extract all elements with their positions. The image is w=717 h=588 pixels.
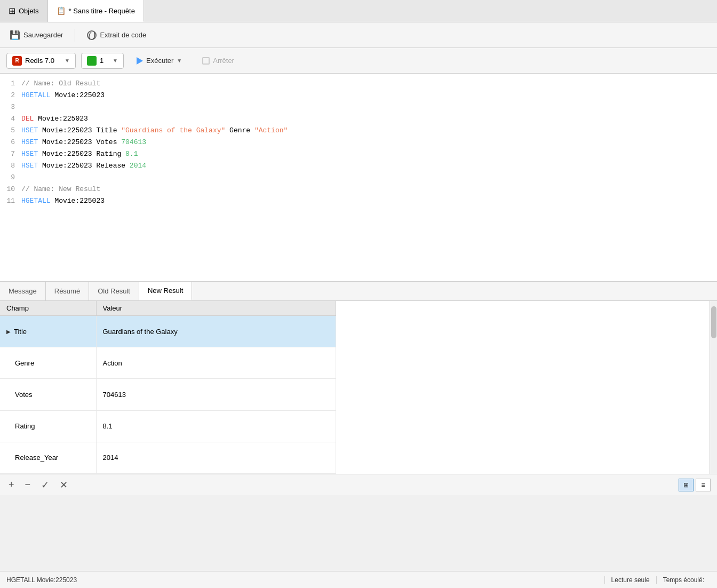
line-num-10: 10 xyxy=(0,184,21,195)
tab-objets[interactable]: ⊞ Objets xyxy=(0,0,48,22)
add-icon: + xyxy=(9,479,14,490)
status-bar: HGETALL Movie:225023 Lecture seule Temps… xyxy=(0,571,717,588)
code-line-3: 3 xyxy=(0,101,717,113)
col-header-field: Champ xyxy=(0,301,96,316)
toolbar-separator xyxy=(75,29,75,42)
status-query: HGETALL Movie:225023 xyxy=(6,576,77,584)
line-content-10: // Name: New Result xyxy=(21,184,717,195)
results-area: Message Résumé Old Result New Result C xyxy=(0,282,717,495)
list-view-button[interactable]: ≡ xyxy=(696,479,711,491)
editor-section: 1 // Name: Old Result 2 HGETALL Movie:22… xyxy=(0,74,717,571)
line-num-11: 11 xyxy=(0,195,21,207)
controls-bar: R Redis 7.0 ▼ 1 ▼ Exécuter ▼ Arrêter xyxy=(0,48,717,74)
col-header-value: Valeur xyxy=(96,301,336,316)
code-line-6: 6 HSET Movie:225023 Votes 704613 xyxy=(0,137,717,148)
db-select[interactable]: R Redis 7.0 ▼ xyxy=(6,53,76,69)
confirm-button[interactable]: ✓ xyxy=(39,478,51,492)
row-value-release: 2014 xyxy=(96,442,336,473)
line-num-5: 5 xyxy=(0,125,21,137)
status-read-only: Lecture seule xyxy=(604,576,656,584)
play-icon xyxy=(137,57,143,65)
line-content-1: // Name: Old Result xyxy=(21,78,717,90)
add-row-button[interactable]: + xyxy=(6,478,17,491)
save-icon: 💾 xyxy=(10,30,20,40)
row-arrow-icon: ▶ xyxy=(6,329,11,335)
code-line-5: 5 HSET Movie:225023 Title "Guardians of … xyxy=(0,125,717,137)
row-field-votes: Votes xyxy=(0,379,96,410)
db-num-label: 1 xyxy=(100,57,103,65)
row-field-title: ▶ Title xyxy=(0,316,96,347)
code-line-10: 10 // Name: New Result xyxy=(0,184,717,195)
line-content-6: HSET Movie:225023 Votes 704613 xyxy=(21,137,717,148)
table-row[interactable]: Votes 704613 xyxy=(0,379,336,410)
table-row[interactable]: Genre Action xyxy=(0,347,336,379)
code-editor[interactable]: 1 // Name: Old Result 2 HGETALL Movie:22… xyxy=(0,74,717,282)
db-chevron-icon: ▼ xyxy=(65,58,70,63)
grid-icon: ⊞ xyxy=(9,6,15,16)
line-num-4: 4 xyxy=(0,113,21,125)
scrollbar-track[interactable] xyxy=(710,301,717,474)
line-num-6: 6 xyxy=(0,137,21,148)
code-line-4: 4 DEL Movie:225023 xyxy=(0,113,717,125)
redis-icon: R xyxy=(12,56,22,66)
table-spacer xyxy=(336,301,710,474)
row-value-title: Guardians of the Galaxy xyxy=(96,316,336,347)
code-snippet-label: Extrait de code xyxy=(100,31,146,39)
line-num-9: 9 xyxy=(0,172,21,184)
line-num-1: 1 xyxy=(0,78,21,90)
line-num-7: 7 xyxy=(0,148,21,160)
tab-new-result[interactable]: New Result xyxy=(139,282,192,300)
db-num-select[interactable]: 1 ▼ xyxy=(81,53,124,69)
save-button[interactable]: 💾 Sauvegarder xyxy=(6,28,66,42)
data-table: Champ Valeur ▶ Title Gua xyxy=(0,301,336,474)
tab-old-result-label: Old Result xyxy=(98,287,130,295)
cancel-button[interactable]: ✕ xyxy=(58,478,70,492)
tab-resume-label: Résumé xyxy=(54,287,80,295)
tab-message[interactable]: Message xyxy=(0,282,46,300)
save-label: Sauvegarder xyxy=(23,31,63,39)
grid-view-icon: ⊞ xyxy=(683,481,689,489)
table-row[interactable]: Release_Year 2014 xyxy=(0,442,336,473)
line-content-7: HSET Movie:225023 Rating 8.1 xyxy=(21,148,717,160)
scrollbar-thumb[interactable] xyxy=(711,306,716,338)
execute-label: Exécuter xyxy=(146,57,173,65)
db-label: Redis 7.0 xyxy=(25,57,54,65)
table-row[interactable]: Rating 8.1 xyxy=(0,410,336,442)
stop-label: Arrêter xyxy=(213,57,234,65)
stop-button[interactable]: Arrêter xyxy=(195,54,242,67)
db-num-chevron-icon: ▼ xyxy=(113,58,118,63)
code-line-8: 8 HSET Movie:225023 Release 2014 xyxy=(0,160,717,172)
code-line-7: 7 HSET Movie:225023 Rating 8.1 xyxy=(0,148,717,160)
main-layout: 💾 Sauvegarder ( ) Extrait de code R Redi… xyxy=(0,22,717,588)
line-num-2: 2 xyxy=(0,90,21,101)
tab-new-result-label: New Result xyxy=(148,287,183,295)
line-num-3: 3 xyxy=(0,101,21,113)
toolbar: 💾 Sauvegarder ( ) Extrait de code xyxy=(0,22,717,48)
minus-icon: − xyxy=(25,479,31,490)
execute-chevron-icon: ▼ xyxy=(177,58,182,63)
line-content-5: HSET Movie:225023 Title "Guardians of th… xyxy=(21,125,717,137)
tab-old-result[interactable]: Old Result xyxy=(89,282,139,300)
cancel-icon: ✕ xyxy=(60,479,68,491)
tab-resume[interactable]: Résumé xyxy=(46,282,89,300)
list-view-icon: ≡ xyxy=(701,481,705,489)
code-line-11: 11 HGETALL Movie:225023 xyxy=(0,195,717,207)
execute-button[interactable]: Exécuter ▼ xyxy=(129,54,189,67)
data-table-wrap: Champ Valeur ▶ Title Gua xyxy=(0,301,717,474)
table-row[interactable]: ▶ Title Guardians of the Galaxy xyxy=(0,316,336,347)
line-content-8: HSET Movie:225023 Release 2014 xyxy=(21,160,717,172)
tab-query[interactable]: 📋 * Sans titre - Requête xyxy=(48,0,144,22)
row-value-genre: Action xyxy=(96,347,336,379)
remove-row-button[interactable]: − xyxy=(23,478,33,491)
code-line-2: 2 HGETALL Movie:225023 xyxy=(0,90,717,101)
grid-view-button[interactable]: ⊞ xyxy=(679,479,694,491)
line-content-2: HGETALL Movie:225023 xyxy=(21,90,717,101)
row-field-release: Release_Year xyxy=(0,442,96,473)
row-value-rating: 8.1 xyxy=(96,410,336,442)
db-num-icon xyxy=(87,56,97,66)
view-icons: ⊞ ≡ xyxy=(679,479,711,491)
code-snippet-button[interactable]: ( ) Extrait de code xyxy=(84,28,149,42)
code-icon: ( ) xyxy=(87,30,97,40)
line-num-8: 8 xyxy=(0,160,21,172)
tab-query-label: * Sans titre - Requête xyxy=(69,7,135,15)
